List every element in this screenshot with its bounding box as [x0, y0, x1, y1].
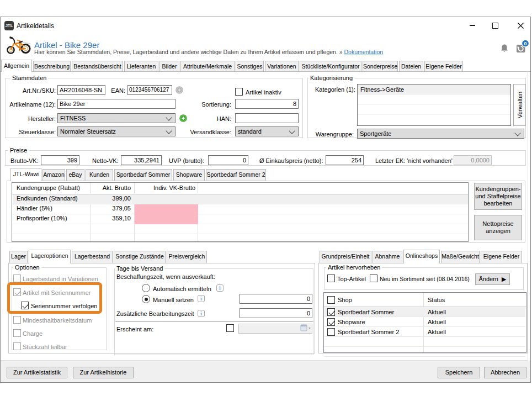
- svg-text:0: 0: [524, 41, 526, 46]
